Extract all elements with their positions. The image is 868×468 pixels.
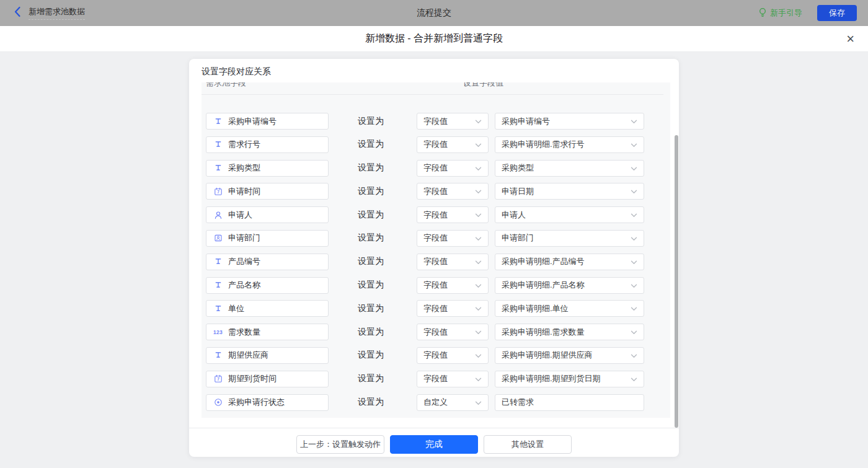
value-mode-value: 字段值: [423, 280, 448, 291]
target-field-value: 采购申请明细.产品编号: [502, 256, 585, 267]
chevron-down-icon: [475, 187, 482, 196]
target-field-select[interactable]: 申请人: [495, 206, 644, 223]
target-field-value: 已转需求: [502, 397, 534, 408]
target-field-select[interactable]: 采购申请编号: [495, 113, 644, 130]
value-mode-select[interactable]: 字段值: [417, 113, 489, 130]
value-mode-select[interactable]: 字段值: [417, 230, 489, 247]
target-field-select[interactable]: 申请日期: [495, 183, 644, 200]
target-field-select[interactable]: 采购申请明细.产品编号: [495, 254, 644, 270]
value-mode-select[interactable]: 字段值: [417, 324, 489, 340]
finish-button[interactable]: 完成: [390, 435, 478, 454]
number-field-icon: 123: [213, 327, 223, 337]
mapping-row: 产品名称 设置为 字段值 采购申请明细.产品名称: [206, 277, 666, 294]
set-as-label: 设置为: [358, 162, 384, 174]
source-field-label: 采购类型: [228, 162, 260, 174]
text-field-icon: [213, 117, 223, 126]
source-field-box: 单位: [206, 300, 329, 317]
chevron-down-icon: [475, 234, 482, 243]
radio-field-icon: [213, 398, 223, 407]
chevron-down-icon: [631, 210, 637, 219]
set-as-label: 设置为: [358, 397, 384, 408]
chevron-down-icon: [475, 398, 482, 407]
value-mode-value: 字段值: [423, 232, 448, 244]
chevron-down-icon: [475, 374, 482, 384]
source-field-box: 产品名称: [206, 277, 329, 294]
back-button[interactable]: [14, 6, 21, 20]
source-field-label: 期望供应商: [228, 350, 268, 361]
save-button[interactable]: 保存: [817, 5, 857, 21]
value-mode-select[interactable]: 字段值: [417, 277, 489, 294]
source-field-box: 产品编号: [206, 254, 329, 270]
chevron-down-icon: [475, 304, 482, 313]
value-mode-value: 字段值: [423, 373, 448, 384]
mapping-row: 7 期望到货时间 设置为 字段值 采购申请明细.期望到货日期: [206, 371, 666, 387]
set-as-label: 设置为: [358, 303, 384, 314]
field-mapping-panel: 设置字段对应关系 需求池字段 设置字段值 采购申请编号 设置为 字段值 采购申请…: [189, 59, 679, 457]
footer-divider: [189, 428, 679, 428]
mapping-scroll-area: 需求池字段 设置字段值 采购申请编号 设置为 字段值 采购申请编号 需求行号 设…: [202, 82, 670, 418]
target-field-select[interactable]: 采购类型: [495, 160, 644, 177]
mapping-row: 期望供应商 设置为 字段值 采购申请明细.期望供应商: [206, 347, 666, 364]
svg-text:7: 7: [217, 190, 219, 194]
text-field-icon: [213, 351, 223, 360]
set-as-label: 设置为: [358, 327, 384, 338]
clipped-column-headers: 需求池字段 设置字段值: [202, 82, 670, 91]
target-field-select[interactable]: 采购申请明细.单位: [495, 300, 644, 317]
flow-title[interactable]: 新增需求池数据: [29, 6, 85, 20]
topbar: 新增需求池数据 流程提交 新手引导 保存: [0, 0, 868, 26]
target-field-select[interactable]: 采购申请明细.需求行号: [495, 136, 644, 153]
previous-step-button[interactable]: 上一步：设置触发动作: [296, 435, 384, 454]
target-field-value: 申请日期: [502, 186, 534, 197]
target-field-select[interactable]: 采购申请明细.期望到货日期: [495, 371, 644, 387]
value-mode-select[interactable]: 字段值: [417, 300, 489, 317]
target-field-select[interactable]: 申请部门: [495, 230, 644, 247]
target-field-select[interactable]: 采购申请明细.期望供应商: [495, 347, 644, 364]
source-field-label: 申请部门: [228, 232, 260, 244]
value-mode-value: 字段值: [423, 350, 448, 361]
chevron-down-icon: [475, 164, 482, 173]
footer-actions: 上一步：设置触发动作 完成 其他设置: [189, 435, 679, 454]
beginner-guide-link[interactable]: 新手引导: [758, 7, 802, 19]
value-mode-value: 字段值: [423, 256, 448, 267]
value-mode-select[interactable]: 字段值: [417, 347, 489, 364]
value-mode-select[interactable]: 字段值: [417, 183, 489, 200]
dialog-header: 新增数据 - 合并新增到普通字段 ×: [0, 26, 868, 52]
svg-text:7: 7: [217, 377, 219, 381]
mapping-row: 申请部门 设置为 字段值 申请部门: [206, 230, 666, 247]
source-field-box: 需求行号: [206, 136, 329, 153]
date-field-icon: 7: [213, 374, 223, 384]
set-as-label: 设置为: [358, 256, 384, 267]
chevron-down-icon: [475, 140, 482, 149]
set-as-label: 设置为: [358, 373, 384, 384]
target-field-select[interactable]: 采购申请明细.需求数量: [495, 324, 644, 340]
value-mode-value: 字段值: [423, 186, 448, 197]
value-mode-select[interactable]: 字段值: [417, 254, 489, 270]
target-field-value: 采购申请明细.产品名称: [502, 280, 585, 291]
source-field-box: 采购申请编号: [206, 113, 329, 130]
value-mode-select[interactable]: 字段值: [417, 206, 489, 223]
other-settings-button[interactable]: 其他设置: [484, 435, 572, 454]
target-field-value: 申请部门: [502, 232, 534, 244]
set-as-label: 设置为: [358, 186, 384, 197]
value-mode-select[interactable]: 字段值: [417, 160, 489, 177]
panel-title: 设置字段对应关系: [202, 66, 271, 77]
value-mode-select[interactable]: 字段值: [417, 371, 489, 387]
header-divider: [202, 94, 663, 95]
custom-value-input[interactable]: 已转需求: [495, 394, 644, 411]
mapping-row: 采购类型 设置为 字段值 采购类型: [206, 160, 666, 177]
set-as-label: 设置为: [358, 139, 384, 150]
guide-label: 新手引导: [770, 7, 802, 19]
source-field-label: 产品编号: [228, 256, 260, 267]
value-mode-select[interactable]: 字段值: [417, 136, 489, 153]
close-icon[interactable]: ×: [846, 32, 854, 46]
value-mode-select[interactable]: 自定义: [417, 394, 489, 411]
mapping-row: 采购申请编号 设置为 字段值 采购申请编号: [206, 113, 666, 130]
scrollbar-thumb[interactable]: [675, 135, 678, 428]
chevron-down-icon: [631, 257, 637, 267]
target-field-select[interactable]: 采购申请明细.产品名称: [495, 277, 644, 294]
value-mode-value: 字段值: [423, 210, 448, 221]
value-mode-value: 字段值: [423, 303, 448, 314]
set-as-label: 设置为: [358, 210, 384, 221]
source-field-label: 需求数量: [228, 327, 260, 338]
source-field-label: 需求行号: [228, 139, 260, 150]
